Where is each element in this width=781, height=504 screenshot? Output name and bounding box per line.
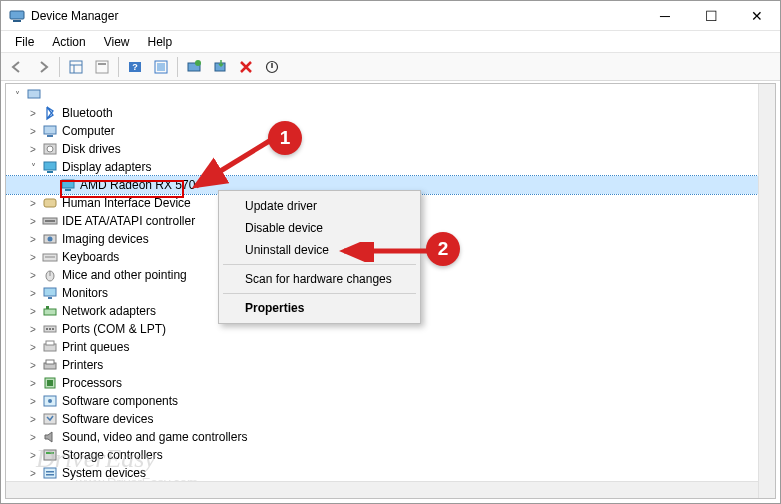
category-software-components[interactable]: >Software components — [6, 392, 758, 410]
svg-rect-1 — [13, 20, 21, 22]
category-system-devices[interactable]: >System devices — [6, 464, 758, 481]
ctx-scan-hardware[interactable]: Scan for hardware changes — [221, 268, 418, 290]
ports-icon — [42, 321, 58, 337]
collapse-icon[interactable]: ˅ — [10, 90, 24, 101]
menu-view[interactable]: View — [96, 33, 138, 51]
category-label: Processors — [62, 376, 122, 390]
app-icon — [9, 8, 25, 24]
category-processors[interactable]: >Processors — [6, 374, 758, 392]
imaging-icon — [42, 231, 58, 247]
svg-rect-44 — [46, 360, 54, 364]
category-label: Monitors — [62, 286, 108, 300]
printer-icon — [42, 357, 58, 373]
svg-point-19 — [47, 146, 53, 152]
category-display-adapters[interactable]: ˅Display adapters — [6, 158, 758, 176]
expand-icon[interactable]: > — [26, 216, 40, 227]
category-label: Storage controllers — [62, 448, 163, 462]
bluetooth-icon — [42, 105, 58, 121]
expand-icon[interactable]: > — [26, 288, 40, 299]
scan-hardware-button[interactable] — [208, 56, 232, 78]
window-title: Device Manager — [31, 9, 642, 23]
display-icon — [60, 177, 76, 193]
svg-rect-24 — [44, 199, 56, 207]
svg-point-48 — [48, 399, 52, 403]
svg-rect-6 — [98, 63, 106, 65]
category-printers[interactable]: >Printers — [6, 356, 758, 374]
svg-rect-50 — [44, 450, 56, 460]
cpu-icon — [42, 375, 58, 391]
category-label: Software devices — [62, 412, 153, 426]
update-driver-button[interactable] — [182, 56, 206, 78]
category-storage-controllers[interactable]: >Storage controllers — [6, 446, 758, 464]
expand-icon[interactable]: > — [26, 450, 40, 461]
expand-icon[interactable]: > — [26, 252, 40, 263]
svg-rect-0 — [10, 11, 24, 19]
horizontal-scrollbar[interactable] — [6, 481, 758, 498]
category-label: Sound, video and game controllers — [62, 430, 247, 444]
computer-icon — [42, 123, 58, 139]
category-label: Print queues — [62, 340, 129, 354]
computer-icon — [26, 87, 42, 103]
expand-icon[interactable]: > — [26, 126, 40, 137]
minimize-button[interactable]: ─ — [642, 1, 688, 30]
show-hide-tree-button[interactable] — [64, 56, 88, 78]
svg-rect-54 — [46, 474, 54, 476]
category-label: Keyboards — [62, 250, 119, 264]
menu-action[interactable]: Action — [44, 33, 93, 51]
svg-rect-53 — [46, 471, 54, 473]
mouse-icon — [42, 267, 58, 283]
svg-rect-21 — [47, 171, 53, 173]
back-button[interactable] — [5, 56, 29, 78]
properties-button[interactable] — [90, 56, 114, 78]
expand-icon[interactable]: ˅ — [26, 162, 40, 173]
expand-icon[interactable]: > — [26, 306, 40, 317]
disable-button[interactable] — [260, 56, 284, 78]
expand-icon[interactable]: > — [26, 234, 40, 245]
ctx-update-driver[interactable]: Update driver — [221, 195, 418, 217]
action-button[interactable] — [149, 56, 173, 78]
svg-point-40 — [52, 328, 54, 330]
expand-icon[interactable]: > — [26, 342, 40, 353]
forward-button[interactable] — [31, 56, 55, 78]
svg-point-12 — [195, 60, 201, 66]
vertical-scrollbar[interactable] — [758, 84, 775, 498]
category-label: Bluetooth — [62, 106, 113, 120]
category-label: IDE ATA/ATAPI controller — [62, 214, 195, 228]
category-software-devices[interactable]: >Software devices — [6, 410, 758, 428]
help-button[interactable]: ? — [123, 56, 147, 78]
uninstall-button[interactable] — [234, 56, 258, 78]
hid-icon — [42, 195, 58, 211]
menu-file[interactable]: File — [7, 33, 42, 51]
category-label: Human Interface Device — [62, 196, 191, 210]
category-sound-video-and-game-controllers[interactable]: >Sound, video and game controllers — [6, 428, 758, 446]
category-print-queues[interactable]: >Print queues — [6, 338, 758, 356]
ctx-uninstall-device[interactable]: Uninstall device — [221, 239, 418, 261]
expand-icon[interactable]: > — [26, 270, 40, 281]
device-label: AMD Radeon RX 570 — [80, 178, 195, 192]
expand-icon[interactable]: > — [26, 396, 40, 407]
expand-icon[interactable]: > — [26, 378, 40, 389]
category-disk-drives[interactable]: >Disk drives — [6, 140, 758, 158]
ctx-separator — [223, 264, 416, 265]
maximize-button[interactable]: ☐ — [688, 1, 734, 30]
category-label: Imaging devices — [62, 232, 149, 246]
titlebar: Device Manager ─ ☐ ✕ — [1, 1, 780, 31]
expand-icon[interactable]: > — [26, 324, 40, 335]
expand-icon[interactable]: > — [26, 360, 40, 371]
toolbar-separator — [177, 57, 178, 77]
svg-point-38 — [46, 328, 48, 330]
ctx-disable-device[interactable]: Disable device — [221, 217, 418, 239]
expand-icon[interactable]: > — [26, 144, 40, 155]
menu-help[interactable]: Help — [140, 33, 181, 51]
category-bluetooth[interactable]: >Bluetooth — [6, 104, 758, 122]
expand-icon[interactable]: > — [26, 468, 40, 479]
disk-icon — [42, 141, 58, 157]
close-button[interactable]: ✕ — [734, 1, 780, 30]
ctx-properties[interactable]: Properties — [221, 297, 418, 319]
root-node[interactable]: ˅ — [6, 86, 758, 104]
expand-icon[interactable]: > — [26, 108, 40, 119]
expand-icon[interactable]: > — [26, 414, 40, 425]
expand-icon[interactable]: > — [26, 198, 40, 209]
category-computer[interactable]: >Computer — [6, 122, 758, 140]
expand-icon[interactable]: > — [26, 432, 40, 443]
